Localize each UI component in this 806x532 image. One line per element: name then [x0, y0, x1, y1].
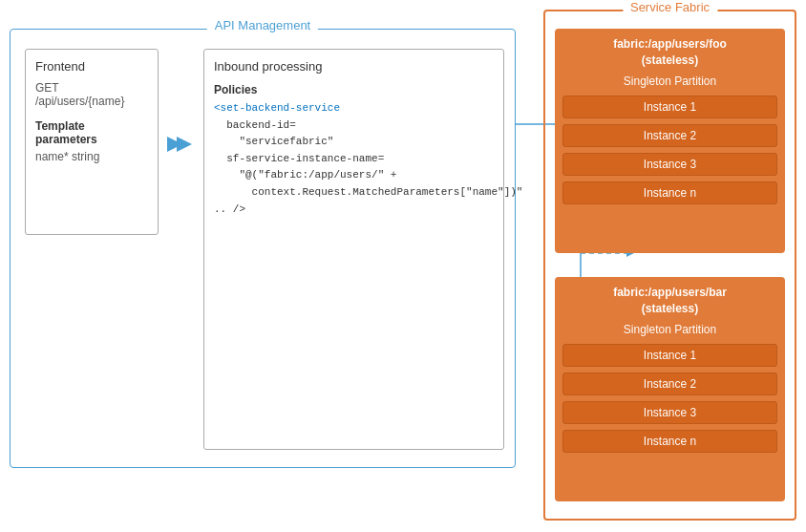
- inbound-title: Inbound processing: [214, 59, 494, 74]
- bar-service-box: fabric:/app/users/bar (stateless) Single…: [555, 277, 785, 501]
- inbound-processing-box: Inbound processing Policies <set-backend…: [203, 49, 504, 450]
- bar-instance-2[interactable]: Instance 2: [562, 372, 777, 395]
- code-line-6: context.Request.MatchedParameters["name"…: [214, 186, 522, 198]
- bar-singleton-label: Singleton Partition: [562, 323, 777, 336]
- code-line-7: .. />: [214, 203, 245, 215]
- bar-service-title: fabric:/app/users/bar (stateless): [562, 285, 777, 317]
- foo-instance-3[interactable]: Instance 3: [562, 153, 777, 176]
- foo-singleton-label: Singleton Partition: [562, 74, 777, 88]
- frontend-route: GET /api/users/{name}: [35, 81, 148, 108]
- foo-instance-n[interactable]: Instance n: [562, 181, 777, 204]
- code-line-2: backend-id=: [214, 119, 296, 131]
- api-management-container: API Management Frontend GET /api/users/{…: [10, 29, 516, 468]
- foo-service-title: fabric:/app/users/foo (stateless): [562, 36, 777, 69]
- bar-instance-1[interactable]: Instance 1: [562, 344, 777, 367]
- frontend-params-value: name* string: [35, 150, 148, 163]
- code-block: <set-backend-service backend-id= "servic…: [214, 100, 494, 218]
- bar-instance-n[interactable]: Instance n: [562, 430, 777, 453]
- frontend-to-inbound-arrow: [163, 133, 194, 156]
- code-line-1: <set-backend-service: [214, 102, 340, 114]
- code-line-5: "@("fabric:/app/users/" +: [214, 169, 396, 181]
- foo-instance-1[interactable]: Instance 1: [562, 96, 777, 118]
- policies-label: Policies: [214, 83, 494, 96]
- svg-marker-19: [177, 137, 192, 152]
- diagram-container: Service Fabric fabric:/app/users/foo (st…: [0, 0, 806, 532]
- code-line-4: sf-service-instance-name=: [214, 153, 384, 164]
- service-fabric-title: Service Fabric: [623, 0, 717, 14]
- bar-instance-3[interactable]: Instance 3: [562, 401, 777, 424]
- code-line-3: "servicefabric": [214, 136, 333, 147]
- foo-instance-2[interactable]: Instance 2: [562, 124, 777, 147]
- frontend-title: Frontend: [35, 59, 148, 74]
- frontend-box: Frontend GET /api/users/{name} Template …: [25, 49, 159, 235]
- foo-service-box: fabric:/app/users/foo (stateless) Single…: [555, 29, 785, 253]
- frontend-params-label: Template parameters: [35, 119, 148, 146]
- api-management-title: API Management: [207, 18, 318, 32]
- service-fabric-container: Service Fabric fabric:/app/users/foo (st…: [543, 10, 796, 521]
